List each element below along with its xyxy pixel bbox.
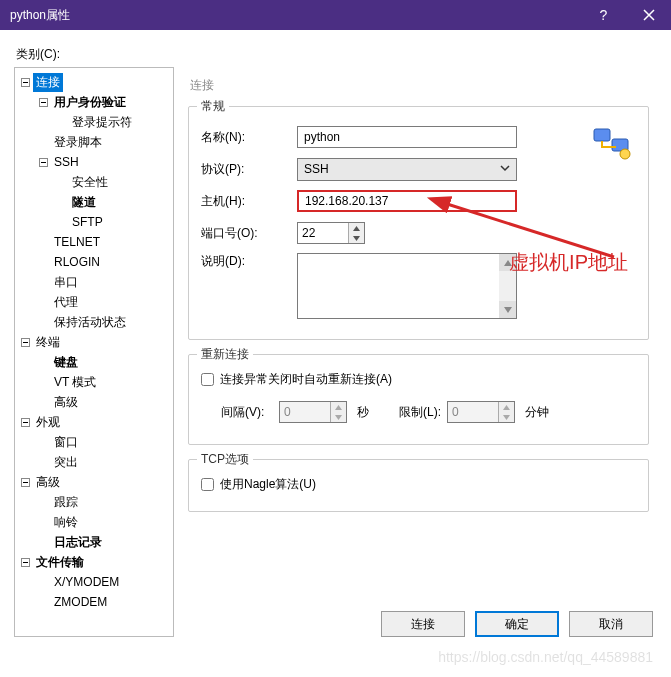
interval-spinner: [279, 401, 347, 423]
tree-node[interactable]: 键盘: [15, 352, 173, 372]
tree-label[interactable]: 日志记录: [51, 533, 105, 552]
tree-label[interactable]: X/YMODEM: [51, 574, 122, 590]
tree-node[interactable]: 串口: [15, 272, 173, 292]
scrollbar[interactable]: [499, 254, 516, 318]
limit-spinner: [447, 401, 515, 423]
tree-label[interactable]: 登录提示符: [69, 113, 135, 132]
collapse-icon[interactable]: [19, 556, 31, 568]
cancel-button[interactable]: 取消: [569, 611, 653, 637]
port-spinner[interactable]: [297, 222, 365, 244]
scroll-up-icon[interactable]: [499, 254, 516, 271]
tree-node[interactable]: RLOGIN: [15, 252, 173, 272]
tree-label[interactable]: 代理: [51, 293, 81, 312]
network-icon: [592, 125, 632, 164]
tree-node[interactable]: 登录提示符: [15, 112, 173, 132]
tree-node[interactable]: 文件传输: [15, 552, 173, 572]
tree-node[interactable]: 代理: [15, 292, 173, 312]
tree-node[interactable]: 安全性: [15, 172, 173, 192]
tree-node[interactable]: TELNET: [15, 232, 173, 252]
content-header: 连接: [188, 71, 649, 106]
reconnect-title: 重新连接: [197, 346, 253, 363]
tree-node[interactable]: 日志记录: [15, 532, 173, 552]
tree-label[interactable]: 连接: [33, 73, 63, 92]
tree-label[interactable]: VT 模式: [51, 373, 99, 392]
spin-up-icon: [499, 402, 514, 412]
name-input[interactable]: [297, 126, 517, 148]
name-label: 名称(N):: [201, 129, 297, 146]
protocol-select[interactable]: SSH: [297, 158, 517, 181]
tree-label[interactable]: 跟踪: [51, 493, 81, 512]
interval-unit: 秒: [357, 404, 369, 421]
spin-down-icon[interactable]: [349, 233, 364, 243]
category-tree[interactable]: 连接用户身份验证登录提示符登录脚本SSH安全性隧道SFTPTELNETRLOGI…: [14, 67, 174, 637]
host-input[interactable]: [297, 190, 517, 212]
desc-label: 说明(D):: [201, 253, 297, 270]
auto-reconnect-label: 连接异常关闭时自动重新连接(A): [220, 371, 392, 388]
tree-label[interactable]: SSH: [51, 154, 82, 170]
tree-node[interactable]: X/YMODEM: [15, 572, 173, 592]
protocol-value: SSH: [304, 162, 329, 176]
interval-label: 间隔(V):: [201, 404, 279, 421]
svg-rect-14: [594, 129, 610, 141]
port-label: 端口号(O):: [201, 225, 297, 242]
tree-node[interactable]: 用户身份验证: [15, 92, 173, 112]
tree-label[interactable]: ZMODEM: [51, 594, 110, 610]
tree-label[interactable]: 保持活动状态: [51, 313, 129, 332]
tree-label[interactable]: 键盘: [51, 353, 81, 372]
scroll-down-icon[interactable]: [499, 301, 516, 318]
limit-unit: 分钟: [525, 404, 549, 421]
spin-up-icon[interactable]: [349, 223, 364, 233]
tree-node[interactable]: ZMODEM: [15, 592, 173, 612]
nagle-checkbox[interactable]: [201, 478, 214, 491]
tree-node[interactable]: 终端: [15, 332, 173, 352]
help-button[interactable]: ?: [581, 0, 626, 30]
tree-node[interactable]: SSH: [15, 152, 173, 172]
tree-node[interactable]: 连接: [15, 72, 173, 92]
tree-node[interactable]: 跟踪: [15, 492, 173, 512]
tree-node[interactable]: VT 模式: [15, 372, 173, 392]
auto-reconnect-checkbox[interactable]: [201, 373, 214, 386]
tree-node[interactable]: 外观: [15, 412, 173, 432]
collapse-icon[interactable]: [19, 76, 31, 88]
tree-node[interactable]: 响铃: [15, 512, 173, 532]
tree-node[interactable]: 登录脚本: [15, 132, 173, 152]
tree-label[interactable]: 用户身份验证: [51, 93, 129, 112]
tree-label[interactable]: 响铃: [51, 513, 81, 532]
tree-node[interactable]: 隧道: [15, 192, 173, 212]
tree-label[interactable]: 高级: [51, 393, 81, 412]
tree-node[interactable]: 保持活动状态: [15, 312, 173, 332]
general-title: 常规: [197, 98, 229, 115]
collapse-icon[interactable]: [19, 476, 31, 488]
tree-label[interactable]: 终端: [33, 333, 63, 352]
nagle-label: 使用Nagle算法(U): [220, 476, 316, 493]
tree-node[interactable]: 高级: [15, 392, 173, 412]
button-bar: 连接 确定 取消: [180, 601, 657, 637]
tcp-group: TCP选项 使用Nagle算法(U): [188, 459, 649, 512]
tree-label[interactable]: 高级: [33, 473, 63, 492]
ok-button[interactable]: 确定: [475, 611, 559, 637]
tree-label[interactable]: 安全性: [69, 173, 111, 192]
desc-textarea[interactable]: [298, 254, 499, 318]
tree-node[interactable]: 突出: [15, 452, 173, 472]
limit-input: [448, 402, 498, 422]
connect-button[interactable]: 连接: [381, 611, 465, 637]
tree-node[interactable]: SFTP: [15, 212, 173, 232]
tree-label[interactable]: 外观: [33, 413, 63, 432]
tree-label[interactable]: 突出: [51, 453, 81, 472]
tree-label[interactable]: RLOGIN: [51, 254, 103, 270]
collapse-icon[interactable]: [19, 336, 31, 348]
tree-label[interactable]: SFTP: [69, 214, 106, 230]
tree-label[interactable]: TELNET: [51, 234, 103, 250]
collapse-icon[interactable]: [37, 156, 49, 168]
close-button[interactable]: [626, 0, 671, 30]
collapse-icon[interactable]: [19, 416, 31, 428]
tree-label[interactable]: 隧道: [69, 193, 99, 212]
tree-node[interactable]: 高级: [15, 472, 173, 492]
tree-label[interactable]: 串口: [51, 273, 81, 292]
tree-label[interactable]: 窗口: [51, 433, 81, 452]
tree-label[interactable]: 登录脚本: [51, 133, 105, 152]
tree-label[interactable]: 文件传输: [33, 553, 87, 572]
tree-node[interactable]: 窗口: [15, 432, 173, 452]
port-input[interactable]: [298, 223, 348, 243]
collapse-icon[interactable]: [37, 96, 49, 108]
